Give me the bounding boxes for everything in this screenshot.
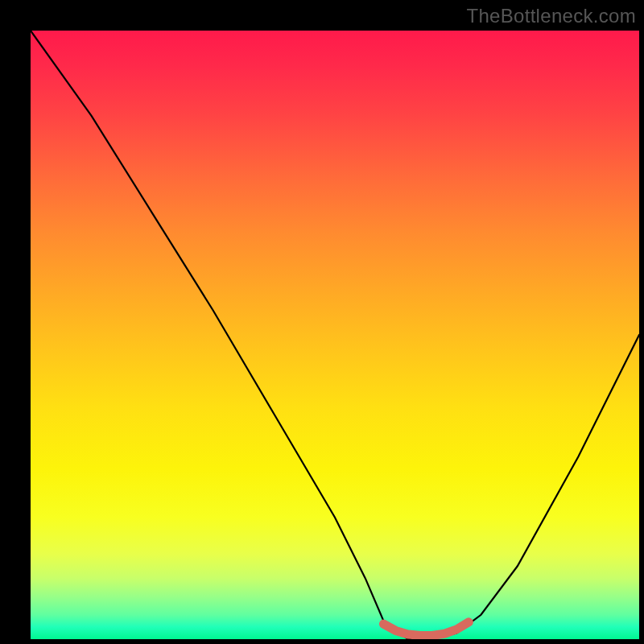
plot-area	[31, 31, 639, 639]
optimal-range-highlight	[383, 622, 469, 636]
chart-svg	[31, 31, 639, 639]
bottleneck-curve-line	[31, 31, 639, 639]
watermark-text: TheBottleneck.com	[466, 5, 636, 27]
chart-container: TheBottleneck.com	[0, 0, 644, 644]
